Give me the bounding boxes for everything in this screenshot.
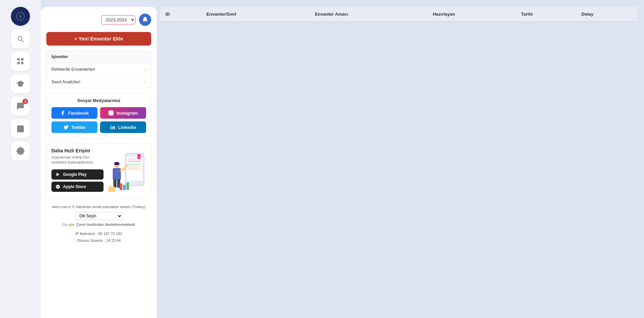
col-tarihi: Tarihi <box>516 7 576 22</box>
linkedin-label: Linkedin <box>118 125 136 130</box>
svg-rect-14 <box>110 127 111 129</box>
svg-point-12 <box>110 112 112 114</box>
svg-rect-18 <box>127 157 143 181</box>
svg-rect-20 <box>128 161 141 162</box>
svg-rect-26 <box>137 154 141 159</box>
graduation-nav-button[interactable] <box>11 74 30 93</box>
instagram-button[interactable]: Instagram <box>100 107 146 119</box>
icon-sidebar: İ 1 <box>0 0 41 318</box>
svg-rect-24 <box>128 168 141 168</box>
islemler-section: İşlemler Rehberlik Envanterleri › Swot A… <box>46 50 151 88</box>
panel-header: 2023-2024 2022-2023 2021-2022 <box>46 12 151 27</box>
svg-rect-23 <box>128 166 139 167</box>
svg-rect-6 <box>17 126 23 132</box>
svg-rect-19 <box>128 158 138 160</box>
main-content: ID Envanter/Sınıf Envanter Amacı Hazırla… <box>157 0 644 318</box>
svg-marker-16 <box>57 173 59 177</box>
svg-rect-30 <box>113 168 121 180</box>
search-nav-button[interactable] <box>11 29 30 48</box>
grid-nav-button[interactable] <box>11 52 30 71</box>
rehberlik-envanterleri-item[interactable]: Rehberlik Envanterleri › <box>47 63 151 76</box>
message-nav-button[interactable]: 1 <box>11 97 30 116</box>
svg-rect-33 <box>108 187 115 192</box>
app-subtitle: Uygulamayı indirip tüm modülleri kullana… <box>51 155 104 165</box>
twitter-label: Twitter <box>72 125 86 130</box>
svg-rect-22 <box>128 164 141 165</box>
col-envanter-sinif: Envanter/Sınıf <box>201 7 310 22</box>
svg-rect-3 <box>21 58 23 61</box>
add-envanter-button[interactable]: + Yeni Envanter Ekle <box>46 32 151 46</box>
app-download-section: Daha Hızlı Erişim Uygulamayı indirip tüm… <box>46 143 151 199</box>
copyright-text: iwes.com.tr © interbrain world education… <box>46 204 151 211</box>
svg-rect-36 <box>120 183 122 190</box>
linkedin-button[interactable]: Linkedin <box>100 121 146 133</box>
svg-point-13 <box>112 112 112 112</box>
footer-section: iwes.com.tr © interbrain world education… <box>46 204 151 244</box>
apple-store-label: Apple Store <box>63 184 86 189</box>
svg-rect-2 <box>17 58 20 61</box>
svg-rect-4 <box>17 62 20 64</box>
google-play-label: Google Play <box>63 172 87 177</box>
social-grid: Facebook Instagram Twitter Linkedin <box>51 107 146 133</box>
facebook-label: Facebook <box>68 111 89 116</box>
svg-rect-38 <box>126 182 129 190</box>
col-id: ID <box>160 7 201 22</box>
svg-point-15 <box>110 125 111 126</box>
svg-rect-25 <box>128 169 138 170</box>
rehberlik-label: Rehberlik Envanterleri <box>51 67 95 72</box>
islemler-title: İşlemler <box>47 51 151 63</box>
envanter-table: ID Envanter/Sınıf Envanter Amacı Hazırla… <box>160 7 637 22</box>
ip-info: IP Adresiniz : 85.107.70.183 Oturum Süre… <box>46 231 151 244</box>
social-title: Sosyal Medyalarımız <box>51 98 146 103</box>
side-panel: 2023-2024 2022-2023 2021-2022 + Yeni Env… <box>41 7 157 318</box>
app-illustration <box>107 147 147 191</box>
swot-chevron: › <box>144 79 146 84</box>
instagram-label: Instagram <box>116 111 138 116</box>
message-badge: 1 <box>22 99 28 104</box>
app-content: Daha Hızlı Erişim Uygulamayı indirip tüm… <box>51 148 104 192</box>
apple-store-button[interactable]: Apple Store <box>51 182 104 192</box>
svg-text:İ: İ <box>20 15 21 18</box>
table-header-row: ID Envanter/Sınıf Envanter Amacı Hazırla… <box>160 7 637 22</box>
notification-bell[interactable] <box>139 14 151 26</box>
table-container: ID Envanter/Sınıf Envanter Amacı Hazırla… <box>157 0 644 29</box>
twitter-button[interactable]: Twitter <box>51 121 97 133</box>
svg-rect-35 <box>111 185 112 187</box>
logo-button[interactable]: İ <box>11 7 30 26</box>
calendar-nav-button[interactable] <box>11 119 30 138</box>
swot-label: Swot Analizleri <box>51 79 80 84</box>
year-select[interactable]: 2023-2024 2022-2023 2021-2022 <box>101 15 136 24</box>
col-envanter-amaci: Envanter Amacı <box>310 7 427 22</box>
col-hazirlayan: Hazırlayan <box>427 7 516 22</box>
google-translate-text: Google Çeviri tarafından desteklenmekted… <box>46 221 151 228</box>
social-media-section: Sosyal Medyalarımız Facebook Instagram T… <box>46 93 151 138</box>
swot-analizleri-item[interactable]: Swot Analizleri › <box>47 76 151 88</box>
svg-rect-21 <box>128 163 140 163</box>
rehberlik-chevron: › <box>144 66 146 72</box>
svg-rect-37 <box>123 185 126 190</box>
col-detay: Detay <box>576 7 637 22</box>
svg-rect-5 <box>21 62 23 64</box>
app-title: Daha Hızlı Erişim <box>51 148 104 153</box>
svg-rect-31 <box>113 179 116 188</box>
language-select[interactable]: Dili Seçin <box>75 212 123 220</box>
svg-point-29 <box>114 162 120 165</box>
svg-rect-34 <box>109 185 110 187</box>
settings-nav-button[interactable] <box>11 141 30 161</box>
facebook-button[interactable]: Facebook <box>51 107 97 119</box>
google-play-button[interactable]: Google Play <box>51 169 104 180</box>
